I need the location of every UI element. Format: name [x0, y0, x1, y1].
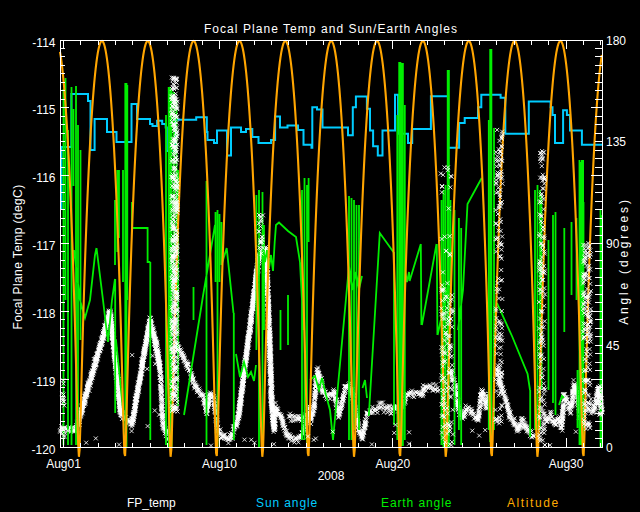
- svg-text:-119: -119: [32, 375, 55, 389]
- svg-text:45: 45: [606, 339, 620, 353]
- svg-text:-120: -120: [31, 443, 55, 457]
- svg-text:-115: -115: [32, 103, 55, 117]
- svg-text:Aug10: Aug10: [202, 457, 237, 471]
- svg-text:Earth angle: Earth angle: [381, 496, 452, 510]
- svg-text:Altitude: Altitude: [507, 496, 560, 510]
- svg-text:FP_temp: FP_temp: [127, 496, 176, 510]
- svg-text:Angle (degrees): Angle (degrees): [617, 197, 631, 324]
- svg-text:2008: 2008: [318, 469, 345, 483]
- svg-text:Aug01: Aug01: [46, 457, 81, 471]
- svg-text:-114: -114: [32, 36, 55, 50]
- svg-text:135: 135: [606, 135, 626, 149]
- svg-text:Focal Plane Temp (degC): Focal Plane Temp (degC): [11, 184, 25, 329]
- svg-text:-116: -116: [32, 171, 55, 185]
- svg-text:Sun angle: Sun angle: [256, 496, 318, 510]
- svg-text:-117: -117: [32, 239, 55, 253]
- svg-text:0: 0: [606, 441, 613, 455]
- svg-text:-118: -118: [32, 307, 55, 321]
- svg-text:Focal Plane Temp and Sun/Earth: Focal Plane Temp and Sun/Earth Angles: [204, 22, 458, 36]
- svg-text:180: 180: [606, 34, 626, 48]
- svg-text:Aug30: Aug30: [549, 457, 584, 471]
- svg-text:Aug20: Aug20: [375, 457, 410, 471]
